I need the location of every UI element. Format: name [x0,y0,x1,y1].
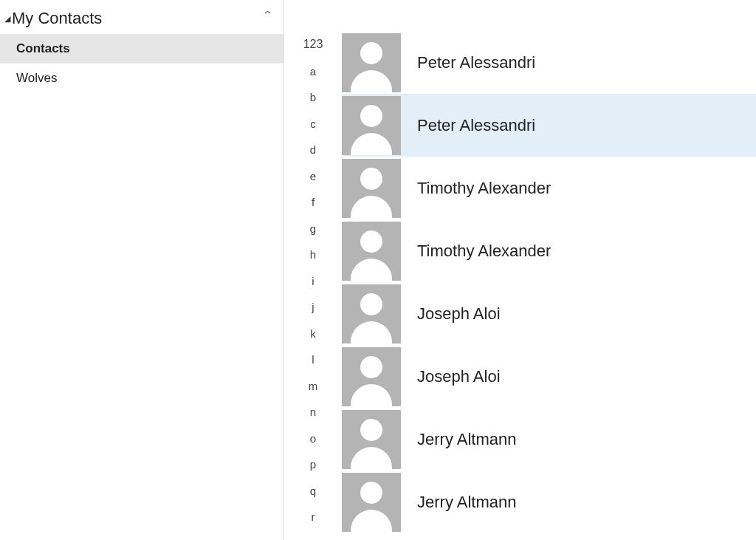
avatar-placeholder-icon [342,410,401,469]
avatar-placeholder-icon [342,33,401,92]
alpha-index-h[interactable]: h [310,242,316,268]
contact-row[interactable]: Jerry Altmann [342,408,756,471]
alpha-index-c[interactable]: c [310,111,316,137]
avatar-placeholder-icon [342,222,401,281]
contact-row[interactable]: Peter Alessandri [342,31,756,94]
avatar-placeholder-icon [342,96,401,155]
avatar-placeholder-icon [342,284,401,344]
alpha-index-n[interactable]: n [310,399,316,425]
alpha-index-j[interactable]: j [312,294,314,321]
alpha-index: 123abcdefghijklmnopqr [284,31,342,540]
contact-name: Peter Alessandri [417,116,535,135]
alpha-index-i[interactable]: i [312,268,314,295]
sidebar-item-wolves[interactable]: Wolves [0,64,284,93]
contact-row[interactable]: Timothy Alexander [342,219,756,282]
alpha-index-g[interactable]: g [310,216,316,242]
alpha-index-m[interactable]: m [309,373,318,400]
contacts-list: Peter AlessandriPeter AlessandriTimothy … [342,31,756,540]
alpha-index-b[interactable]: b [310,84,316,111]
sidebar: ‹ ◢ My Contacts ContactsWolves [0,0,284,540]
contact-name: Jerry Altmann [417,493,517,512]
contact-row[interactable]: Joseph Aloi [342,282,756,345]
main-panel: 123abcdefghijklmnopqr Peter AlessandriPe… [284,0,756,540]
caret-down-icon: ◢ [4,14,10,24]
contact-row[interactable]: Peter Alessandri [342,94,756,157]
alpha-index-r[interactable]: r [312,504,315,530]
contact-row[interactable]: Jerry Altmann [342,471,756,533]
alpha-index-l[interactable]: l [312,346,314,373]
alpha-index-k[interactable]: k [310,321,316,347]
contact-name: Jerry Altmann [417,430,517,449]
folder-header[interactable]: ◢ My Contacts [0,7,284,34]
alpha-index-e[interactable]: e [310,163,316,190]
contact-row[interactable]: Timothy Alexander [342,157,756,219]
contact-name: Timothy Alexander [417,179,551,198]
alpha-index-f[interactable]: f [312,189,315,216]
avatar-placeholder-icon [342,159,401,218]
folder-title: My Contacts [12,9,102,28]
alpha-index-d[interactable]: d [310,137,316,163]
alpha-index-123[interactable]: 123 [303,31,323,58]
avatar-placeholder-icon [342,473,401,532]
contact-name: Joseph Aloi [417,367,501,386]
contact-name: Timothy Alexander [417,242,551,261]
alpha-index-o[interactable]: o [310,425,316,452]
collapse-sidebar-icon[interactable]: ‹ [261,10,276,13]
contact-row[interactable]: Joseph Aloi [342,345,756,408]
contact-name: Joseph Aloi [417,304,501,324]
alpha-index-a[interactable]: a [310,58,316,85]
alpha-index-q[interactable]: q [310,478,316,505]
avatar-placeholder-icon [342,347,401,406]
contact-name: Peter Alessandri [417,53,535,72]
sidebar-item-contacts[interactable]: Contacts [0,34,284,64]
alpha-index-p[interactable]: p [310,451,316,478]
